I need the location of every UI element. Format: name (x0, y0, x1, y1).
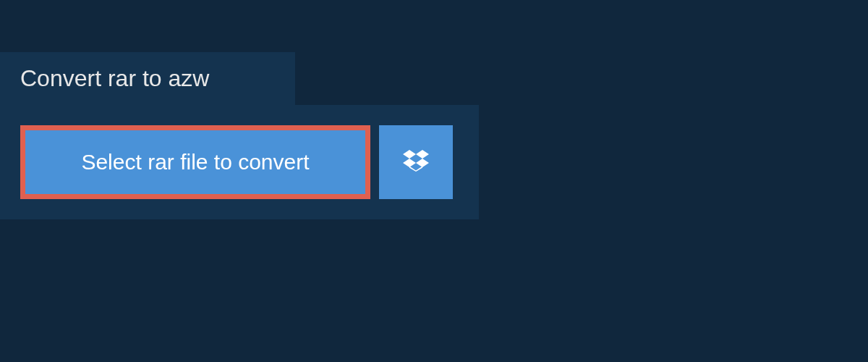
dropbox-icon (403, 148, 429, 177)
dropbox-button[interactable] (379, 125, 453, 199)
tab-convert[interactable]: Convert rar to azw (0, 52, 295, 105)
select-file-button[interactable]: Select rar file to convert (20, 125, 370, 199)
tab-title: Convert rar to azw (20, 65, 209, 91)
select-file-label: Select rar file to convert (81, 150, 309, 174)
upload-panel: Select rar file to convert (0, 105, 479, 219)
